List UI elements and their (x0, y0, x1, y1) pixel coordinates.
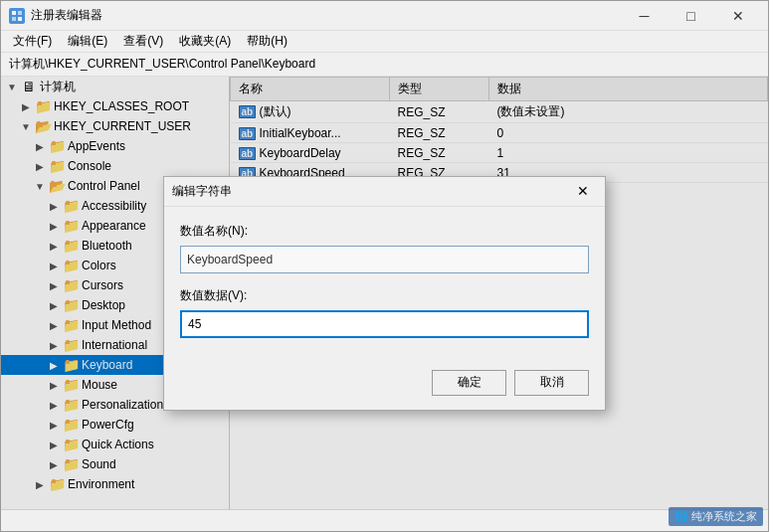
dialog-close-button[interactable]: ✕ (569, 179, 597, 203)
menu-bar: 文件(F) 编辑(E) 查看(V) 收藏夹(A) 帮助(H) (1, 31, 768, 53)
close-button[interactable]: ✕ (715, 1, 760, 31)
address-text: 计算机\HKEY_CURRENT_USER\Control Panel\Keyb… (9, 56, 315, 73)
svg-rect-0 (12, 11, 16, 15)
main-window: 注册表编辑器 ─ □ ✕ 文件(F) 编辑(E) 查看(V) 收藏夹(A) 帮助… (0, 0, 769, 532)
modal-overlay: 编辑字符串 ✕ 数值名称(N): 数值数据(V): 确定 取消 (1, 77, 768, 509)
dialog-body: 数值名称(N): 数值数据(V): (164, 207, 605, 364)
main-content: ▼ 🖥 计算机 ▶ 📁 HKEY_CLASSES_ROOT ▼ 📂 HKEY_C… (1, 77, 768, 509)
cancel-button[interactable]: 取消 (514, 370, 589, 396)
maximize-button[interactable]: □ (669, 1, 713, 31)
dialog-title: 编辑字符串 (172, 183, 569, 200)
menu-help[interactable]: 帮助(H) (239, 31, 295, 52)
edit-string-dialog: 编辑字符串 ✕ 数值名称(N): 数值数据(V): 确定 取消 (163, 176, 606, 411)
menu-file[interactable]: 文件(F) (5, 31, 60, 52)
svg-rect-3 (18, 17, 22, 21)
window-title: 注册表编辑器 (31, 7, 622, 24)
menu-edit[interactable]: 编辑(E) (60, 31, 115, 52)
title-bar: 注册表编辑器 ─ □ ✕ (1, 1, 768, 31)
menu-favorites[interactable]: 收藏夹(A) (171, 31, 239, 52)
app-icon (9, 8, 25, 24)
minimize-button[interactable]: ─ (622, 1, 667, 31)
name-input[interactable] (180, 246, 589, 273)
name-label: 数值名称(N): (180, 223, 589, 240)
address-bar: 计算机\HKEY_CURRENT_USER\Control Panel\Keyb… (1, 53, 768, 77)
data-label: 数值数据(V): (180, 287, 589, 304)
data-input[interactable] (180, 310, 589, 338)
dialog-title-bar: 编辑字符串 ✕ (164, 177, 605, 207)
ok-button[interactable]: 确定 (432, 370, 506, 396)
svg-rect-1 (18, 11, 22, 15)
dialog-buttons: 确定 取消 (164, 364, 605, 410)
window-controls: ─ □ ✕ (622, 1, 760, 31)
menu-view[interactable]: 查看(V) (115, 31, 171, 52)
status-bar (1, 509, 768, 531)
svg-rect-2 (12, 17, 16, 21)
